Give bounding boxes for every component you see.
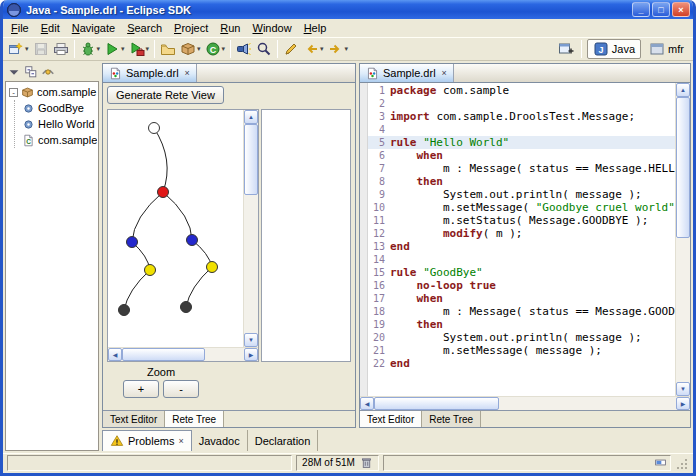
rete-page-tab-rete-tree[interactable]: Rete Tree [165, 411, 224, 427]
menu-search[interactable]: Search [121, 21, 168, 35]
code-line[interactable]: 11 m.setStatus( Message.GOODBYE ); [368, 214, 675, 227]
tab-sample-drl-rete[interactable]: Sample.drl × [103, 64, 197, 82]
code-line[interactable]: 5rule "Hello World" [368, 136, 675, 149]
editor-page-tab-text-editor[interactable]: Text Editor [360, 411, 422, 427]
editor-horizontal-scrollbar[interactable]: ◀ ▶ [360, 396, 690, 410]
scroll-thumb[interactable] [122, 348, 205, 361]
code-line[interactable]: 1package com.sample [368, 84, 675, 97]
code-area[interactable]: 1package com.sample23import com.sample.D… [368, 83, 675, 396]
tree-item-com-sample-d[interactable]: Ccom.sample.D [15, 132, 97, 148]
code-line[interactable]: 13end [368, 240, 675, 253]
tree-item-goodbye[interactable]: GoodBye [15, 100, 97, 116]
code-line[interactable]: 15rule "GoodBye" [368, 266, 675, 279]
menu-project[interactable]: Project [168, 21, 214, 35]
rete-horizontal-scrollbar[interactable]: ◀ ▶ [108, 347, 258, 361]
outline-tree[interactable]: -com.sampleGoodByeHello WorldCcom.sample… [5, 81, 99, 451]
rete-node[interactable] [187, 235, 198, 246]
rete-node[interactable] [119, 305, 130, 316]
collapse-all-icon[interactable] [24, 65, 38, 79]
generate-rete-view-button[interactable]: Generate Rete View [107, 86, 224, 104]
title-bar[interactable]: Java - Sample.drl - Eclipse SDK _ □ × [3, 0, 693, 19]
back-button[interactable]: ▾ [301, 39, 326, 59]
view-tab-declaration[interactable]: Declaration [248, 430, 319, 451]
close-tab-icon[interactable]: × [185, 68, 190, 78]
close-tab-icon[interactable]: × [442, 68, 447, 78]
menu-file[interactable]: File [5, 21, 35, 35]
dropdown-arrow-icon[interactable]: ▾ [345, 45, 349, 53]
menu-window[interactable]: Window [246, 21, 297, 35]
editor-vertical-scrollbar[interactable]: ▲ ▼ [675, 83, 690, 396]
new-package-button[interactable]: ▾ [178, 39, 203, 59]
code-line[interactable]: 8 then [368, 175, 675, 188]
gc-trash-icon[interactable] [360, 456, 373, 469]
editor-page-tab-rete-tree[interactable]: Rete Tree [422, 411, 481, 427]
code-line[interactable]: 21 m.setMessage( message ); [368, 344, 675, 357]
java-search-button[interactable] [234, 39, 254, 59]
scroll-right-icon[interactable]: ▶ [676, 397, 690, 410]
debug-button[interactable]: ▾ [78, 39, 103, 59]
rete-node[interactable] [127, 237, 138, 248]
run-button[interactable]: ▾ [102, 39, 127, 59]
new-wizard-button[interactable]: ▾ [6, 39, 31, 59]
code-line[interactable]: 17 when [368, 292, 675, 305]
code-line[interactable]: 14 [368, 253, 675, 266]
code-line[interactable]: 22end [368, 357, 675, 370]
scroll-left-icon[interactable]: ◀ [108, 348, 122, 361]
view-menu-icon[interactable] [7, 65, 21, 79]
code-line[interactable]: 4 [368, 123, 675, 136]
external-tools-button[interactable]: ▾ [127, 39, 152, 59]
zoom-out-button[interactable]: - [163, 380, 199, 398]
code-line[interactable]: 6 when [368, 149, 675, 162]
save-button[interactable] [31, 39, 51, 59]
code-line[interactable]: 3import com.sample.DroolsTest.Message; [368, 110, 675, 123]
menu-navigate[interactable]: Navigate [66, 21, 121, 35]
scroll-up-icon[interactable]: ▲ [244, 110, 258, 124]
rete-node[interactable] [145, 265, 156, 276]
dropdown-arrow-icon[interactable]: ▾ [25, 45, 29, 53]
perspective-java[interactable]: JJava [587, 39, 641, 59]
new-java-project-button[interactable] [158, 39, 178, 59]
code-line[interactable]: 20 System.out.println( message ); [368, 331, 675, 344]
open-perspective-button[interactable] [556, 39, 576, 59]
dropdown-arrow-icon[interactable]: ▾ [97, 45, 101, 53]
dropdown-arrow-icon[interactable]: ▾ [197, 45, 201, 53]
scroll-down-icon[interactable]: ▼ [676, 382, 690, 396]
code-line[interactable]: 12 modify( m ); [368, 227, 675, 240]
rete-page-tab-text-editor[interactable]: Text Editor [103, 411, 165, 427]
view-tab-javadoc[interactable]: Javadoc [192, 430, 248, 451]
rete-node[interactable] [207, 262, 218, 273]
close-button[interactable]: × [672, 2, 690, 17]
code-line[interactable]: 2 [368, 97, 675, 110]
minimize-button[interactable]: _ [632, 2, 650, 17]
dropdown-arrow-icon[interactable]: ▾ [222, 45, 226, 53]
maximize-button[interactable]: □ [652, 2, 670, 17]
scroll-left-icon[interactable]: ◀ [360, 397, 374, 410]
code-line[interactable]: 10 m.setMessage( "Goodbye cruel world" )… [368, 201, 675, 214]
resize-grip[interactable] [675, 457, 689, 471]
rete-node[interactable] [158, 187, 169, 198]
tree-item-com-sample[interactable]: -com.sample [7, 84, 97, 100]
forward-button[interactable]: ▾ [326, 39, 351, 59]
new-class-button[interactable]: C▾ [203, 39, 228, 59]
expander-icon[interactable]: - [9, 88, 18, 97]
zoom-in-button[interactable]: + [123, 380, 159, 398]
print-button[interactable] [51, 39, 71, 59]
scroll-up-icon[interactable]: ▲ [676, 83, 690, 97]
code-line[interactable]: 18 m : Message( status == Message.GOOD [368, 305, 675, 318]
close-view-icon[interactable]: × [178, 436, 183, 446]
search-button[interactable] [254, 39, 274, 59]
code-line[interactable]: 19 then [368, 318, 675, 331]
view-tab-problems[interactable]: Problems× [102, 430, 192, 451]
scroll-thumb[interactable] [676, 97, 690, 238]
rete-graph-canvas[interactable] [108, 110, 243, 347]
perspective-mfr[interactable]: mfr [643, 39, 690, 59]
tree-item-hello-world[interactable]: Hello World [15, 116, 97, 132]
rete-vertical-scrollbar[interactable]: ▲ ▼ [243, 110, 258, 347]
dropdown-arrow-icon[interactable]: ▾ [320, 45, 324, 53]
dropdown-arrow-icon[interactable]: ▾ [146, 45, 150, 53]
scroll-thumb[interactable] [374, 397, 499, 410]
menu-edit[interactable]: Edit [35, 21, 66, 35]
scroll-right-icon[interactable]: ▶ [244, 348, 258, 361]
menu-run[interactable]: Run [214, 21, 246, 35]
link-editor-icon[interactable] [41, 65, 55, 79]
